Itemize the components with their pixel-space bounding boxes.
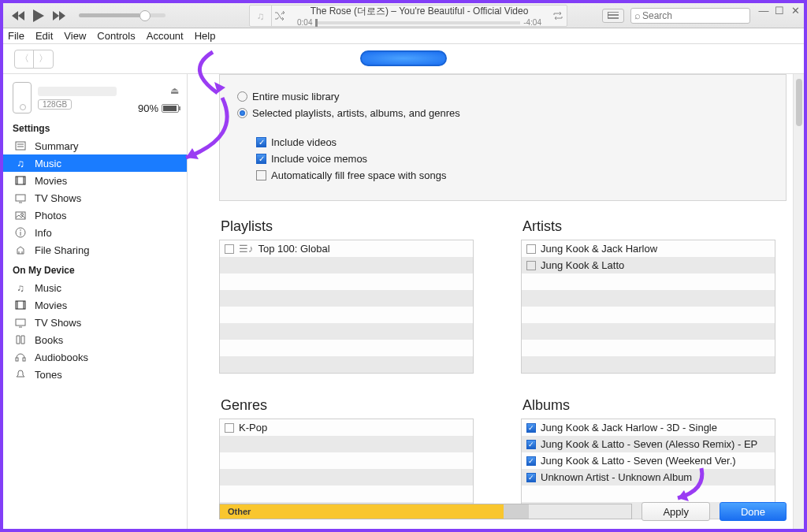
photos-icon (14, 209, 27, 221)
tones-icon (14, 368, 27, 381)
device-name (38, 87, 117, 96)
list-item[interactable]: Jung Kook & Jack Harlow (522, 240, 775, 257)
menu-help[interactable]: Help (195, 30, 216, 42)
list-item-empty (220, 340, 473, 356)
settings-header: Settings (3, 117, 187, 137)
list-item[interactable]: K-Pop (220, 419, 473, 436)
sidebar-item-info[interactable]: Info (3, 224, 187, 241)
sidebar-item-tones[interactable]: Tones (3, 366, 187, 383)
maximize-button[interactable]: ☐ (774, 5, 785, 17)
sidebar-item-books[interactable]: Books (3, 331, 187, 348)
back-button[interactable]: 〈 (15, 50, 34, 68)
content-pane: Entire music library Selected playlists,… (188, 74, 804, 529)
apply-button[interactable]: Apply (642, 502, 710, 521)
search-field[interactable]: ⌕ (630, 8, 750, 24)
list-item-empty (220, 290, 473, 307)
playlists-list[interactable]: ☰♪Top 100: Global (219, 240, 474, 374)
list-item[interactable]: ✓Jung Kook & Jack Harlow - 3D - Single (522, 419, 775, 436)
usage-label: Other (228, 507, 251, 516)
menu-account[interactable]: Account (147, 30, 184, 42)
svg-rect-6 (16, 195, 25, 201)
list-item-empty (220, 307, 473, 323)
forward-button[interactable]: 〉 (34, 50, 53, 68)
file-sharing-icon (14, 244, 27, 256)
list-item-empty (522, 485, 775, 502)
checkbox[interactable]: ✓ (526, 456, 536, 466)
artists-list[interactable]: Jung Kook & Jack HarlowJung Kook & Latto (521, 240, 775, 374)
tv-shows-icon (14, 316, 27, 329)
list-item[interactable]: ✓Jung Kook & Latto - Seven (Alesso Remix… (522, 436, 775, 452)
menu-view[interactable]: View (64, 30, 86, 42)
tv-shows-icon (14, 192, 27, 204)
movies-icon (14, 299, 27, 311)
search-icon: ⌕ (634, 9, 641, 21)
list-item-empty (220, 436, 473, 452)
list-item[interactable]: ☰♪Top 100: Global (220, 240, 473, 257)
list-item[interactable]: ✓Unknown Artist - Unknown Album (522, 469, 775, 485)
artists-title: Artists (523, 218, 775, 235)
checkbox[interactable]: ✓ (526, 423, 536, 433)
vertical-scrollbar[interactable] (793, 74, 804, 529)
menu-edit[interactable]: Edit (35, 30, 53, 42)
list-item[interactable]: Jung Kook & Latto (522, 257, 775, 273)
sidebar-item-tv-shows[interactable]: TV Shows (3, 314, 187, 331)
list-item-empty (220, 356, 473, 373)
done-button[interactable]: Done (720, 502, 787, 521)
albums-title: Albums (523, 397, 775, 414)
sidebar-item-music[interactable]: ♫Music (3, 154, 187, 172)
checkbox[interactable]: ✓ (526, 440, 536, 449)
sidebar-item-movies[interactable]: Movies (3, 296, 187, 314)
audiobooks-icon (14, 351, 27, 363)
sidebar-item-tv-shows[interactable]: TV Shows (3, 189, 187, 206)
device-icon (13, 82, 32, 113)
svg-rect-21 (23, 358, 25, 361)
close-button[interactable]: ✕ (790, 5, 801, 17)
svg-rect-0 (16, 142, 25, 150)
next-button[interactable] (50, 9, 68, 22)
volume-slider[interactable] (79, 13, 165, 17)
playlist-icon: ☰♪ (239, 243, 254, 255)
remaining-time: -4:04 (520, 18, 545, 27)
menu-file[interactable]: File (8, 30, 24, 42)
list-item-empty (522, 356, 775, 373)
list-item-empty (522, 307, 775, 323)
list-item-empty (220, 485, 473, 502)
list-item-empty (220, 452, 473, 469)
sidebar-item-file-sharing[interactable]: File Sharing (3, 241, 187, 259)
playlists-title: Playlists (221, 218, 474, 235)
sidebar: 128GB ⏏ 90% Settings Summary♫MusicMovies… (3, 74, 188, 529)
list-view-button[interactable] (602, 9, 624, 23)
summary-icon (14, 140, 27, 152)
svg-rect-8 (16, 212, 25, 219)
svg-rect-20 (16, 358, 18, 361)
repeat-icon[interactable] (549, 11, 567, 20)
music-icon: ♫ (14, 281, 27, 294)
sidebar-item-music[interactable]: ♫Music (3, 279, 187, 296)
check-include-videos[interactable]: ✓Include videos (256, 136, 768, 148)
checkbox[interactable] (526, 244, 536, 254)
radio-entire-library[interactable]: Entire music library (237, 91, 768, 102)
battery-percent: 90% (138, 102, 158, 114)
shuffle-icon[interactable] (272, 11, 289, 20)
radio-selected-content[interactable]: Selected playlists, artists, albums, and… (237, 107, 768, 119)
elapsed-time: 0:04 (294, 18, 315, 27)
sidebar-item-summary[interactable]: Summary (3, 137, 187, 154)
search-input[interactable] (641, 9, 762, 22)
checkbox[interactable] (225, 423, 234, 433)
check-include-voice-memos[interactable]: ✓Include voice memos (256, 153, 768, 165)
sidebar-item-movies[interactable]: Movies (3, 172, 187, 189)
sidebar-item-photos[interactable]: Photos (3, 206, 187, 224)
play-button[interactable] (30, 9, 47, 22)
checkbox[interactable] (526, 261, 536, 270)
check-auto-fill[interactable]: Automatically fill free space with songs (256, 169, 768, 181)
eject-icon[interactable]: ⏏ (170, 85, 179, 96)
checkbox[interactable]: ✓ (526, 473, 536, 482)
menu-controls[interactable]: Controls (97, 30, 135, 42)
svg-point-9 (21, 214, 24, 216)
list-item[interactable]: ✓Jung Kook & Latto - Seven (Weekend Ver.… (522, 452, 775, 469)
minimize-button[interactable]: — (758, 5, 769, 17)
sidebar-item-audiobooks[interactable]: Audiobooks (3, 348, 187, 366)
prev-button[interactable] (9, 9, 27, 22)
music-note-icon: ♫ (250, 5, 272, 27)
checkbox[interactable] (225, 244, 234, 254)
